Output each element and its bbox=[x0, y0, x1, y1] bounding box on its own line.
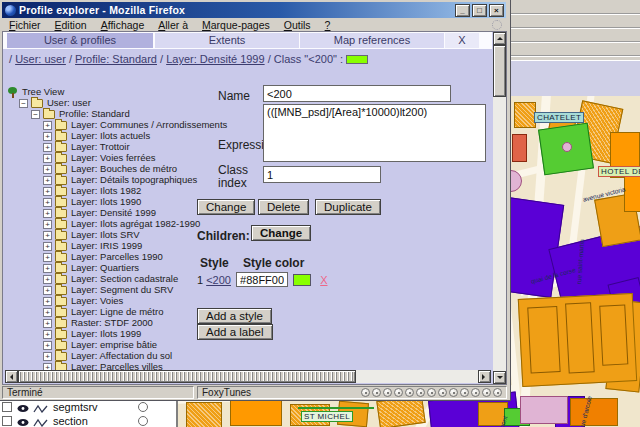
expand-icon[interactable]: + bbox=[43, 154, 52, 163]
expand-icon[interactable]: + bbox=[43, 143, 52, 152]
expand-icon[interactable]: + bbox=[43, 308, 52, 317]
foxytunes-repeat-icon[interactable] bbox=[427, 388, 436, 397]
expand-icon[interactable]: + bbox=[43, 231, 52, 240]
tab-x[interactable]: X bbox=[445, 33, 479, 48]
tree-node-layer-affectation-du-sol[interactable]: +Layer: Affectation du sol bbox=[7, 350, 172, 361]
tree-node-layer-ilots-1990[interactable]: +Layer: Ilots 1990 bbox=[7, 196, 141, 207]
expand-icon[interactable]: + bbox=[43, 286, 52, 295]
menu-outils[interactable]: Outils bbox=[277, 19, 318, 31]
style-color-input[interactable] bbox=[236, 272, 288, 287]
minimize-button[interactable]: _ bbox=[455, 4, 470, 17]
breadcrumb-link-user-user[interactable]: User: user bbox=[15, 53, 66, 65]
expand-icon[interactable]: + bbox=[43, 341, 52, 350]
expand-icon[interactable]: + bbox=[43, 165, 52, 174]
foxytunes-play-icon[interactable] bbox=[383, 388, 392, 397]
expand-icon[interactable]: + bbox=[43, 253, 52, 262]
add-style-button[interactable]: Add a style bbox=[197, 308, 272, 324]
expand-icon[interactable]: + bbox=[43, 330, 52, 339]
tree-node-layer-ilots-1999[interactable]: +Layer: Ilots 1999 bbox=[7, 328, 141, 339]
name-input[interactable] bbox=[263, 85, 451, 102]
expand-icon[interactable]: + bbox=[43, 220, 52, 229]
collapse-icon[interactable]: − bbox=[19, 99, 28, 108]
expand-icon[interactable]: + bbox=[43, 297, 52, 306]
foxytunes-next-icon[interactable] bbox=[416, 388, 425, 397]
tab-user-profiles[interactable]: User & profiles bbox=[7, 33, 153, 48]
tree-node-layer-ilots-1982[interactable]: +Layer: Ilots 1982 bbox=[7, 185, 141, 196]
collapse-icon[interactable]: − bbox=[31, 110, 40, 119]
tree-node-layer-ilots-srv[interactable]: +Layer: Ilots SRV bbox=[7, 229, 139, 240]
vertical-scrollbar[interactable] bbox=[493, 32, 506, 384]
tree-node-layer-densit-1999[interactable]: +Layer: Densité 1999 bbox=[7, 207, 156, 218]
expand-icon[interactable]: + bbox=[43, 352, 52, 361]
foxytunes-volume-up-icon[interactable] bbox=[460, 388, 469, 397]
foxytunes-pause-icon[interactable] bbox=[394, 388, 403, 397]
tree-node-layer-segment-du-srv[interactable]: +Layer: Segment du SRV bbox=[7, 284, 173, 295]
close-button[interactable]: × bbox=[489, 4, 504, 17]
tree-node-raster-stdf-2000[interactable]: +Raster: STDF 2000 bbox=[7, 317, 153, 328]
expand-icon[interactable]: + bbox=[43, 121, 52, 130]
tree-node-layer-d-tails-topographiques[interactable]: +Layer: Détails topographiques bbox=[7, 174, 197, 185]
delete-button[interactable]: Delete bbox=[258, 199, 309, 215]
tree-node-layer-trottoir[interactable]: +Layer: Trottoir bbox=[7, 141, 130, 152]
children-change-button[interactable]: Change bbox=[251, 225, 311, 241]
scroll-down-icon[interactable] bbox=[493, 371, 506, 384]
change-button[interactable]: Change bbox=[197, 199, 255, 215]
tree-node-layer-communes-arrondissements[interactable]: +Layer: Communes / Arrondissements bbox=[7, 119, 227, 130]
tab-map-references[interactable]: Map references bbox=[300, 33, 444, 48]
titlebar[interactable]: Profile explorer - Mozilla Firefox _ □ × bbox=[2, 2, 506, 18]
breadcrumb-link-profile-standard[interactable]: Profile: Standard bbox=[75, 53, 157, 65]
foxytunes-shuffle-icon[interactable] bbox=[438, 388, 447, 397]
expand-icon[interactable]: + bbox=[43, 242, 52, 251]
foxytunes-previous-icon[interactable] bbox=[372, 388, 381, 397]
expand-icon[interactable]: + bbox=[43, 187, 52, 196]
scroll-up-icon[interactable] bbox=[493, 32, 506, 45]
visibility-eye-icon[interactable] bbox=[17, 416, 29, 427]
tree-node-layer-emprise-b-tie[interactable]: +Layer: emprise bâtie bbox=[7, 339, 157, 350]
tree-node-user-user[interactable]: −User: user bbox=[7, 97, 91, 108]
menu-marque-pages[interactable]: Marque-pages bbox=[195, 19, 277, 31]
tree-node-tree-view[interactable]: Tree View bbox=[7, 86, 64, 97]
expand-icon[interactable]: + bbox=[43, 132, 52, 141]
foxytunes-seek-icon[interactable] bbox=[471, 388, 480, 397]
tree-node-layer-ilots-agr-gat-1982-1990[interactable]: +Layer: Ilots agrégat 1982-1990 bbox=[7, 218, 200, 229]
menu-aller[interactable]: Aller à bbox=[151, 19, 195, 31]
foxytunes-more-icon[interactable] bbox=[493, 388, 502, 397]
style-remove-link[interactable]: X bbox=[320, 274, 327, 286]
tree-node-layer-quartiers[interactable]: +Layer: Quartiers bbox=[7, 262, 139, 273]
tab-extents[interactable]: Extents bbox=[155, 33, 299, 48]
duplicate-button[interactable]: Duplicate bbox=[315, 199, 381, 215]
foxytunes-stop-icon[interactable] bbox=[405, 388, 414, 397]
expression-textarea[interactable]: (([MNB_psd]/[Area]*10000)lt200) bbox=[263, 104, 486, 162]
breadcrumb-link-layer-densit-1999[interactable]: Layer: Densité 1999 bbox=[166, 53, 264, 65]
tree-node-layer-bouches-de-m-tro[interactable]: +Layer: Bouches de métro bbox=[7, 163, 177, 174]
scroll-left-icon[interactable] bbox=[5, 370, 18, 383]
foxytunes-menu-icon[interactable] bbox=[361, 388, 370, 397]
expand-icon[interactable]: + bbox=[43, 264, 52, 273]
tree-node-layer-voies-ferr-es[interactable]: +Layer: Voies ferrées bbox=[7, 152, 156, 163]
menu-edition[interactable]: Edition bbox=[48, 19, 94, 31]
tree-node-layer-ilots-actuels[interactable]: +Layer: Ilots actuels bbox=[7, 130, 150, 141]
active-layer-radio[interactable] bbox=[138, 402, 148, 412]
tree-node-layer-ligne-de-m-tro[interactable]: +Layer: Ligne de métro bbox=[7, 306, 163, 317]
maximize-button[interactable]: □ bbox=[472, 4, 487, 17]
layer-checkbox[interactable] bbox=[2, 402, 12, 412]
menu-fichier[interactable]: Fichier bbox=[2, 19, 48, 31]
horizontal-scrollbar[interactable] bbox=[5, 370, 491, 383]
class-index-input[interactable] bbox=[263, 166, 381, 183]
expand-icon[interactable]: + bbox=[43, 319, 52, 328]
style-name-link[interactable]: <200 bbox=[206, 274, 231, 286]
expand-icon[interactable]: + bbox=[43, 198, 52, 207]
add-label-button[interactable]: Add a label bbox=[197, 324, 273, 340]
expand-icon[interactable]: + bbox=[43, 209, 52, 218]
tree-node-layer-section-cadastrale[interactable]: +Layer: Section cadastrale bbox=[7, 273, 178, 284]
tree-node-layer-iris-1999[interactable]: +Layer: IRIS 1999 bbox=[7, 240, 142, 251]
layer-checkbox[interactable] bbox=[2, 416, 12, 426]
tree-node-profile-standard[interactable]: −Profile: Standard bbox=[7, 108, 130, 119]
tree-node-layer-voies[interactable]: +Layer: Voies bbox=[7, 295, 123, 306]
menu-affichage[interactable]: Affichage bbox=[94, 19, 152, 31]
foxytunes-volume-down-icon[interactable] bbox=[449, 388, 458, 397]
active-layer-radio[interactable] bbox=[138, 416, 148, 426]
menu-item[interactable]: ? bbox=[318, 19, 338, 31]
expand-icon[interactable]: + bbox=[43, 176, 52, 185]
tree-node-layer-parcelles-1990[interactable]: +Layer: Parcelles 1990 bbox=[7, 251, 163, 262]
